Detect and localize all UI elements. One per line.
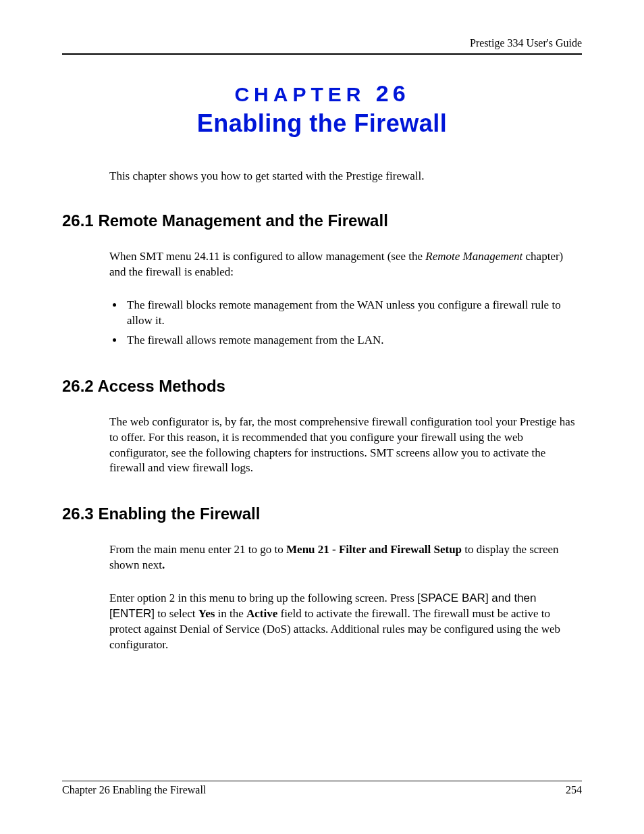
- guide-title: Prestige 334 User's Guide: [470, 37, 582, 49]
- section-26-1: 26.1 Remote Management and the Firewall …: [62, 211, 582, 348]
- bold-text: Active: [246, 607, 277, 620]
- text: to select: [155, 607, 198, 620]
- section-paragraph: When SMT menu 24.11 is configured to all…: [109, 249, 575, 280]
- key-label: [ENTER]: [109, 607, 155, 620]
- section-heading: 26.1 Remote Management and the Firewall: [62, 211, 582, 230]
- page-container: Prestige 334 User's Guide CHAPTER 26 Ena…: [0, 0, 644, 834]
- bold-text: Menu 21 - Filter and Firewall Setup: [286, 543, 462, 556]
- chapter-intro: This chapter shows you how to get starte…: [109, 169, 575, 184]
- chapter-label: CHAPTER: [234, 83, 375, 105]
- section-paragraph: Enter option 2 in this menu to bring up …: [109, 591, 575, 653]
- text: and then: [489, 592, 537, 604]
- section-paragraph: The web configurator is, by far, the mos…: [109, 415, 575, 477]
- page-number: 254: [566, 784, 582, 796]
- chapter-title: Enabling the Firewall: [62, 109, 582, 138]
- bold-text: Yes: [198, 607, 215, 620]
- bullet-list: The firewall blocks remote management fr…: [109, 298, 582, 348]
- bold-text: .: [162, 558, 165, 571]
- list-item: The firewall allows remote management fr…: [124, 333, 582, 348]
- footer-rule: [62, 781, 582, 781]
- section-heading: 26.2 Access Methods: [62, 377, 582, 396]
- chapter-number-line: CHAPTER 26: [62, 80, 582, 107]
- page-footer: Chapter 26 Enabling the Firewall 254: [62, 781, 582, 796]
- list-item: The firewall blocks remote management fr…: [124, 298, 582, 329]
- key-label: [SPACE BAR]: [417, 592, 489, 604]
- italic-text: Remote Management: [425, 250, 522, 263]
- section-paragraph: From the main menu enter 21 to go to Men…: [109, 542, 575, 573]
- section-26-2: 26.2 Access Methods The web configurator…: [62, 377, 582, 477]
- text: From the main menu enter 21 to go to: [109, 543, 286, 556]
- section-26-3: 26.3 Enabling the Firewall From the main…: [62, 504, 582, 653]
- chapter-number: 26: [376, 80, 410, 106]
- header-rule: [62, 53, 582, 55]
- text: Enter option 2 in this menu to bring up …: [109, 592, 417, 604]
- section-heading: 26.3 Enabling the Firewall: [62, 504, 582, 523]
- page-header: Prestige 334 User's Guide: [62, 37, 582, 53]
- footer-chapter-title: Chapter 26 Enabling the Firewall: [62, 784, 206, 796]
- text: When SMT menu 24.11 is configured to all…: [109, 250, 425, 263]
- text: in the: [215, 607, 246, 620]
